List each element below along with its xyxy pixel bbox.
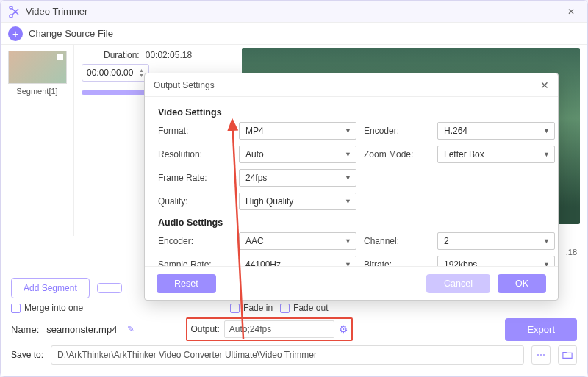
- dialog-close-button[interactable]: ✕: [540, 79, 549, 91]
- change-source-button[interactable]: Change Source File: [29, 28, 113, 39]
- format-label: Format:: [158, 126, 232, 136]
- app-title: Video Trimmer: [26, 6, 527, 17]
- encoder-select[interactable]: H.264: [437, 122, 555, 140]
- dialog-title: Output Settings: [154, 80, 215, 90]
- resolution-select[interactable]: Auto: [239, 146, 356, 163]
- bitrate-select[interactable]: 192kbps: [437, 256, 555, 266]
- open-folder-button[interactable]: [558, 345, 577, 365]
- quality-label: Quality:: [158, 196, 232, 207]
- audio-settings-heading: Audio Settings: [158, 218, 545, 228]
- audio-encoder-select[interactable]: AAC: [239, 232, 356, 250]
- titlebar: Video Trimmer — ◻ ✕: [1, 1, 587, 23]
- name-label: Name:: [11, 324, 39, 335]
- output-settings-dialog: Output Settings ✕ Video Settings Format:…: [144, 73, 559, 301]
- duration-value: 00:02:05.18: [146, 50, 192, 60]
- fade-in-checkbox[interactable]: Fade in: [230, 303, 273, 313]
- checkbox-icon: [11, 304, 21, 313]
- merge-checkbox[interactable]: Merge into one: [11, 303, 83, 313]
- cancel-button[interactable]: Cancel: [426, 274, 490, 293]
- minimize-button[interactable]: —: [527, 4, 545, 19]
- scissors-icon: [8, 6, 20, 18]
- duration-label: Duration:: [104, 50, 140, 60]
- end-timecode-fragment: .18: [566, 248, 577, 256]
- checkbox-icon: [280, 304, 290, 313]
- name-value: seamonster.mp4: [46, 324, 117, 335]
- save-to-label: Save to:: [11, 350, 43, 360]
- add-segment-button[interactable]: Add Segment: [11, 278, 90, 298]
- audio-encoder-label: Encoder:: [158, 236, 232, 246]
- save-path-input[interactable]: [51, 345, 524, 365]
- format-select[interactable]: MP4: [239, 122, 356, 140]
- export-button[interactable]: Export: [505, 318, 577, 341]
- video-settings-heading: Video Settings: [158, 107, 545, 118]
- zoom-mode-select[interactable]: Letter Box: [437, 146, 555, 163]
- encoder-label: Encoder:: [364, 126, 430, 136]
- dialog-footer: Reset Cancel OK: [145, 266, 558, 300]
- channel-select[interactable]: 2: [437, 232, 555, 250]
- toolbar: + Change Source File: [1, 23, 587, 45]
- frame-rate-select[interactable]: 24fps: [239, 169, 356, 187]
- segment-label: Segment[1]: [1, 87, 74, 96]
- sample-rate-select[interactable]: 44100Hz: [239, 256, 356, 266]
- ok-button[interactable]: OK: [498, 274, 546, 293]
- output-box: Output: ⚙: [186, 317, 352, 341]
- secondary-outline-button[interactable]: [97, 283, 122, 293]
- maximize-button[interactable]: ◻: [545, 4, 562, 19]
- dialog-body: Video Settings Format: MP4 Encoder: H.26…: [145, 97, 558, 266]
- more-button[interactable]: ⋯: [531, 345, 551, 365]
- segment-panel: Segment[1]: [1, 45, 74, 236]
- quality-select[interactable]: High Quality: [239, 193, 356, 210]
- output-summary-input[interactable]: [224, 320, 334, 338]
- zoom-mode-label: Zoom Mode:: [364, 149, 430, 159]
- bitrate-label: Bitrate:: [364, 259, 430, 266]
- frame-rate-label: Frame Rate:: [158, 173, 232, 183]
- output-label: Output:: [190, 324, 219, 334]
- fade-out-checkbox[interactable]: Fade out: [280, 303, 328, 313]
- resolution-label: Resolution:: [158, 149, 232, 159]
- channel-label: Channel:: [364, 236, 430, 246]
- reset-button[interactable]: Reset: [157, 274, 216, 293]
- checkbox-icon: [230, 304, 240, 313]
- segment-thumbnail[interactable]: [8, 51, 67, 84]
- gear-icon[interactable]: ⚙: [339, 323, 348, 335]
- sample-rate-label: Sample Rate:: [158, 259, 232, 266]
- close-button[interactable]: ✕: [562, 4, 580, 19]
- pencil-icon[interactable]: ✎: [127, 324, 135, 334]
- dialog-header: Output Settings ✕: [145, 73, 558, 97]
- start-timecode-input[interactable]: 00:00:00.00 ▲▼: [82, 64, 149, 82]
- app-window: Video Trimmer — ◻ ✕ + Change Source File…: [0, 0, 588, 377]
- plus-icon[interactable]: +: [8, 26, 23, 41]
